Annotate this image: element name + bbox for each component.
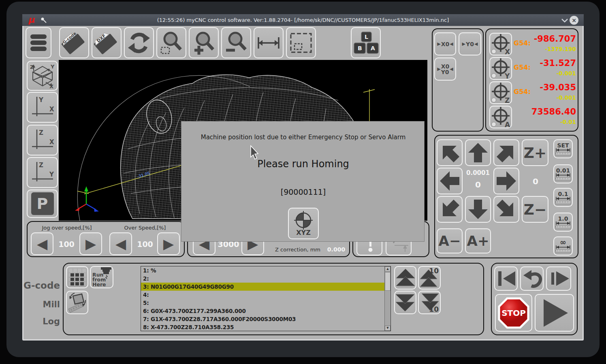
jog-a-plus-button[interactable]: A+ bbox=[465, 228, 491, 253]
jog-up-button[interactable] bbox=[465, 139, 491, 166]
fit-width-button[interactable] bbox=[254, 27, 284, 58]
over-speed-down-button[interactable]: ◀ bbox=[109, 232, 132, 255]
jog-z-minus-button[interactable]: Z− bbox=[522, 196, 548, 223]
gcode-line[interactable]: 8: X-473.700Z28.710A358.235 bbox=[141, 323, 390, 331]
chevron-down-icon[interactable] bbox=[561, 18, 568, 23]
zoom-in-button[interactable] bbox=[189, 27, 219, 58]
rewind-back-button[interactable] bbox=[520, 266, 544, 291]
jog-a-minus-button[interactable]: A− bbox=[437, 228, 463, 253]
gcode-line[interactable]: 2: bbox=[141, 275, 390, 283]
scroll-down-button[interactable] bbox=[394, 291, 416, 314]
coord-zero-y-button[interactable]: Y bbox=[489, 57, 512, 80]
jog-down-left-button[interactable] bbox=[437, 196, 463, 223]
tab-gcode[interactable]: G-code bbox=[23, 280, 60, 291]
tri-right-icon: ▶ bbox=[462, 42, 465, 46]
gcode-line[interactable]: 7: G1X-473.700Z28.717A360.000F20000S3000… bbox=[141, 315, 390, 323]
scrollbar-up-arrow[interactable]: ▲ bbox=[385, 266, 390, 272]
run-from-here-button[interactable]: Run from Here bbox=[90, 266, 113, 288]
jog-speed-down-button[interactable]: ◀ bbox=[31, 232, 53, 255]
jog-left-button[interactable] bbox=[437, 168, 463, 194]
zoom-out-button[interactable] bbox=[221, 27, 251, 58]
homing-dialog: Machine position lost due to either Emer… bbox=[181, 121, 425, 242]
fit-screen-button[interactable] bbox=[286, 27, 316, 58]
gcode-line-current[interactable]: 3: N01G00G17G40G49G80G90 bbox=[141, 283, 390, 291]
gcode-line[interactable]: 6: G0X-473.700Z177.299A360.000 bbox=[141, 307, 390, 315]
dialog-code: [90000111] bbox=[181, 187, 425, 196]
ruler-icon bbox=[555, 201, 571, 204]
coord-sub-x: -1379.190 bbox=[523, 46, 576, 52]
gcode-list[interactable]: 1: % 2: 3: N01G00G17G40G49G80G90 4: 5: 6… bbox=[141, 266, 391, 331]
svg-text:X: X bbox=[49, 83, 53, 89]
arrow-left-icon bbox=[438, 169, 461, 193]
over-speed-up-button[interactable]: ▶ bbox=[157, 232, 180, 255]
open-dxf-button[interactable]: DXF bbox=[92, 27, 122, 58]
gcode-line[interactable]: 4: bbox=[141, 291, 390, 299]
step-001-button[interactable]: 0.01 bbox=[553, 164, 573, 183]
svg-text:X: X bbox=[49, 106, 54, 113]
jog-step-display: 0.0001 0 bbox=[465, 169, 491, 194]
jog-up-left-button[interactable] bbox=[437, 139, 463, 166]
open-gcode-button[interactable]: G-code bbox=[59, 27, 89, 58]
rotate-fit-button[interactable] bbox=[66, 291, 88, 314]
scroll-down-10-button[interactable]: 10 bbox=[418, 291, 441, 314]
zero-y-button[interactable]: ▶Y0◀ bbox=[459, 32, 481, 55]
step-forward-button[interactable] bbox=[546, 266, 571, 291]
step-infinite-button[interactable]: ∞ bbox=[553, 236, 573, 255]
tri-left-icon: ◀ bbox=[115, 237, 126, 251]
keyboard-button[interactable]: L B A bbox=[351, 27, 381, 58]
gcode-line[interactable]: 1: % bbox=[141, 266, 390, 275]
jog-speed-up-button[interactable]: ▶ bbox=[79, 232, 102, 255]
svg-text:Y: Y bbox=[49, 171, 54, 178]
close-button[interactable]: × bbox=[570, 16, 578, 25]
scrollbar-thumb[interactable] bbox=[385, 272, 390, 291]
svg-text:Z: Z bbox=[39, 129, 43, 136]
jog-up-right-button[interactable] bbox=[493, 139, 519, 166]
view-zy-button[interactable]: Z Y bbox=[27, 157, 58, 188]
step-01-button[interactable]: 0.1 bbox=[553, 188, 573, 207]
jog-down-button[interactable] bbox=[465, 196, 491, 223]
scrollbar-down-arrow[interactable]: ▼ bbox=[385, 326, 390, 331]
svg-text:X: X bbox=[49, 138, 54, 146]
zero-x-button[interactable]: ▶X0◀ bbox=[434, 32, 456, 55]
coord-zero-z-button[interactable]: Z bbox=[489, 81, 512, 104]
zoom-region-icon bbox=[160, 31, 183, 55]
scroll-up-10-button[interactable]: 10 bbox=[418, 266, 441, 289]
arrow-up-left-icon bbox=[433, 136, 466, 169]
svg-text:A: A bbox=[371, 45, 375, 51]
ruler-arrow-icon bbox=[555, 173, 571, 177]
menu-button[interactable] bbox=[26, 27, 51, 58]
tab-mill[interactable]: Mill bbox=[23, 300, 60, 309]
stop-button[interactable]: STOP bbox=[495, 294, 532, 332]
probe-grid-button[interactable] bbox=[66, 266, 88, 288]
skip-to-start-button[interactable] bbox=[494, 266, 518, 291]
park-button[interactable]: P bbox=[27, 189, 58, 218]
jog-right-button[interactable] bbox=[493, 168, 519, 194]
gcode-scrollbar[interactable]: ▲ ▼ bbox=[384, 266, 390, 331]
coord-zero-a-button[interactable]: A bbox=[489, 106, 512, 128]
datum-icon: Y bbox=[490, 57, 511, 80]
grid-icon bbox=[68, 268, 87, 287]
jog-step-value: 0.0001 bbox=[466, 169, 490, 177]
jog-down-right-button[interactable] bbox=[493, 196, 519, 223]
ruler-icon bbox=[555, 177, 571, 181]
datum-icon: X bbox=[490, 33, 511, 55]
view-3d-button[interactable]: Z Y X bbox=[27, 61, 58, 91]
title-bar[interactable]: µ (12:55:26) myCNC control software. Ver… bbox=[22, 14, 584, 26]
step-10-button[interactable]: 1.0 bbox=[553, 213, 573, 232]
homing-xyz-button[interactable]: XYZ bbox=[288, 208, 319, 239]
zoom-window-button[interactable] bbox=[156, 27, 186, 58]
zero-xy-button[interactable]: ▶ X0Y0 ◀ bbox=[434, 57, 456, 81]
gcode-line[interactable]: 5: bbox=[141, 299, 390, 307]
ruler-icon bbox=[555, 226, 571, 229]
tab-log[interactable]: Log bbox=[23, 317, 60, 326]
datum-icon: Z bbox=[490, 81, 511, 104]
coord-zero-x-button[interactable]: X bbox=[489, 33, 512, 55]
reload-button[interactable] bbox=[124, 27, 154, 58]
svg-text:L: L bbox=[365, 34, 368, 40]
view-yx-button[interactable]: Y X bbox=[27, 92, 58, 123]
play-button[interactable] bbox=[535, 294, 574, 332]
jog-z-plus-button[interactable]: Z+ bbox=[522, 139, 548, 166]
view-zx-button[interactable]: Z X bbox=[27, 125, 58, 155]
scroll-up-button[interactable] bbox=[394, 266, 416, 289]
step-set-button[interactable]: SET bbox=[553, 139, 573, 158]
